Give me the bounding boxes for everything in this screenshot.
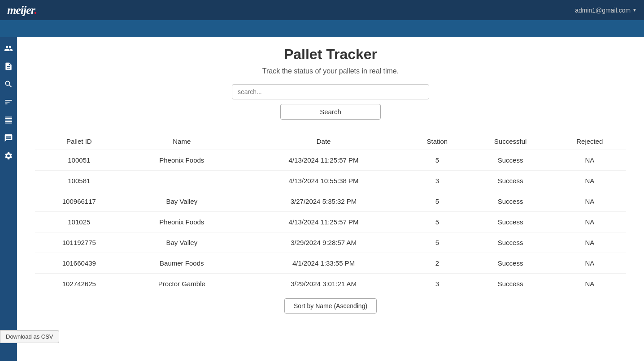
search-button[interactable]: Search — [280, 104, 381, 120]
cell-successful: Success — [468, 232, 553, 253]
search-input[interactable] — [232, 84, 429, 99]
user-email: admin1@gmail.com — [575, 7, 631, 14]
secondary-nav-bar — [0, 20, 644, 37]
table-row: 100581 4/13/2024 10:55:38 PM 3 Success N… — [35, 171, 626, 191]
cell-name — [123, 171, 240, 191]
dropdown-caret-icon: ▼ — [632, 8, 637, 13]
cell-name: Baumer Foods — [123, 253, 240, 274]
cell-rejected: NA — [553, 150, 626, 171]
cell-station: 3 — [407, 171, 467, 191]
cell-rejected: NA — [553, 191, 626, 212]
meijer-logo: meijer. — [7, 4, 37, 17]
cell-pallet-id: 101025 — [35, 212, 123, 232]
cell-successful: Success — [468, 191, 553, 212]
cell-pallet-id: 100966117 — [35, 191, 123, 212]
table-body: 100051 Pheonix Foods 4/13/2024 11:25:57 … — [35, 150, 626, 294]
logo-text: meijer. — [7, 4, 37, 17]
cell-pallet-id: 100581 — [35, 171, 123, 191]
cell-station: 5 — [407, 212, 467, 232]
table-row: 100051 Pheonix Foods 4/13/2024 11:25:57 … — [35, 150, 626, 171]
cell-name: Pheonix Foods — [123, 150, 240, 171]
cell-station: 5 — [407, 150, 467, 171]
table-header: Pallet ID Name Date Station Successful R… — [35, 133, 626, 150]
table-row: 101025 Pheonix Foods 4/13/2024 11:25:57 … — [35, 212, 626, 232]
cell-date: 3/29/2024 9:28:57 AM — [240, 232, 407, 253]
table-row: 101660439 Baumer Foods 4/1/2024 1:33:55 … — [35, 253, 626, 274]
cell-successful: Success — [468, 253, 553, 274]
cell-station: 3 — [407, 274, 467, 294]
col-successful: Successful — [468, 133, 553, 150]
cell-rejected: NA — [553, 212, 626, 232]
col-pallet-id: Pallet ID — [35, 133, 123, 150]
cell-name: Pheonix Foods — [123, 212, 240, 232]
table-row: 102742625 Proctor Gamble 3/29/2024 3:01:… — [35, 274, 626, 294]
sort-button[interactable]: Sort by Name (Ascending) — [284, 298, 377, 314]
cell-station: 2 — [407, 253, 467, 274]
sidebar-item-people[interactable] — [2, 42, 15, 55]
cell-pallet-id: 101660439 — [35, 253, 123, 274]
cell-name: Proctor Gamble — [123, 274, 240, 294]
col-name: Name — [123, 133, 240, 150]
page-subtitle: Track the status of your pallets in real… — [35, 67, 626, 75]
cell-station: 5 — [407, 232, 467, 253]
col-rejected: Rejected — [553, 133, 626, 150]
col-date: Date — [240, 133, 407, 150]
search-section: Search — [35, 84, 626, 120]
table-row: 100966117 Bay Valley 3/27/2024 5:35:32 P… — [35, 191, 626, 212]
cell-successful: Success — [468, 212, 553, 232]
cell-name: Bay Valley — [123, 232, 240, 253]
cell-date: 4/13/2024 11:25:57 PM — [240, 212, 407, 232]
sort-section: Sort by Name (Ascending) — [35, 298, 626, 322]
cell-date: 3/27/2024 5:35:32 PM — [240, 191, 407, 212]
sidebar-item-table[interactable] — [2, 113, 15, 127]
cell-date: 4/1/2024 1:33:55 PM — [240, 253, 407, 274]
cell-pallet-id: 102742625 — [35, 274, 123, 294]
page-title: Pallet Tracker — [35, 46, 626, 63]
sidebar-item-sort[interactable] — [2, 95, 15, 109]
cell-rejected: NA — [553, 232, 626, 253]
user-menu[interactable]: admin1@gmail.com ▼ — [575, 7, 637, 14]
sidebar-item-settings[interactable] — [2, 149, 15, 163]
table-row: 101192775 Bay Valley 3/29/2024 9:28:57 A… — [35, 232, 626, 253]
cell-station: 5 — [407, 191, 467, 212]
sidebar-item-search[interactable] — [2, 77, 15, 91]
cell-date: 4/13/2024 11:25:57 PM — [240, 150, 407, 171]
cell-successful: Success — [468, 171, 553, 191]
col-station: Station — [407, 133, 467, 150]
pallet-table: Pallet ID Name Date Station Successful R… — [35, 133, 626, 294]
sidebar-item-chat[interactable] — [2, 131, 15, 145]
cell-rejected: NA — [553, 171, 626, 191]
sidebar — [0, 37, 17, 361]
top-navigation-bar: meijer. admin1@gmail.com ▼ — [0, 0, 644, 20]
cell-name: Bay Valley — [123, 191, 240, 212]
main-content: Pallet Tracker Track the status of your … — [17, 37, 644, 361]
cell-date: 3/29/2024 3:01:21 AM — [240, 274, 407, 294]
download-csv-button[interactable]: Download as CSV — [0, 330, 59, 343]
cell-date: 4/13/2024 10:55:38 PM — [240, 171, 407, 191]
cell-successful: Success — [468, 150, 553, 171]
cell-pallet-id: 101192775 — [35, 232, 123, 253]
cell-pallet-id: 100051 — [35, 150, 123, 171]
cell-successful: Success — [468, 274, 553, 294]
sidebar-item-document[interactable] — [2, 60, 15, 73]
cell-rejected: NA — [553, 274, 626, 294]
cell-rejected: NA — [553, 253, 626, 274]
